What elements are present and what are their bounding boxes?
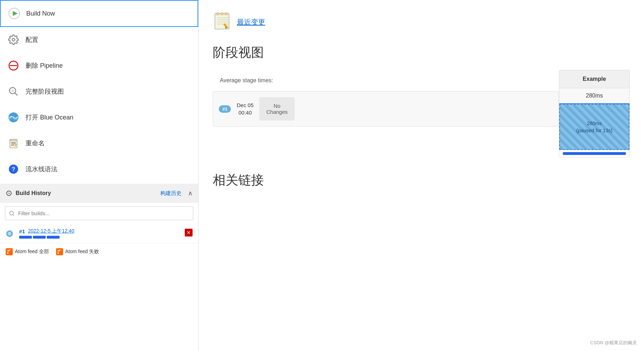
build-info: #1 2022-12-5 上午12:40 [19, 228, 181, 239]
stage-avg-time: 280ms [559, 88, 629, 104]
svg-text:?: ? [12, 166, 15, 172]
recent-changes-link[interactable]: 最近变更 [213, 11, 630, 33]
stage-view-container: Average stage times: #1 Dec 05 00:40 NoC… [213, 70, 630, 157]
pipeline-syntax-label: 流水线语法 [26, 165, 57, 173]
svg-point-7 [11, 89, 14, 92]
blue-ocean-icon [7, 111, 20, 124]
svg-point-18 [9, 233, 10, 234]
play-icon [8, 7, 21, 20]
build-progress-bars [19, 236, 181, 239]
sidebar-item-configure[interactable]: 配置 [0, 27, 198, 53]
recent-changes-text: 最近变更 [237, 17, 265, 27]
gear-icon [7, 33, 20, 46]
related-links-title: 相关链接 [213, 172, 630, 189]
atom-feed-all-label: Atom feed 全部 [15, 249, 49, 255]
svg-marker-1 [13, 11, 18, 16]
svg-point-2 [12, 38, 15, 41]
build-history-title: Build History [16, 190, 157, 196]
svg-rect-24 [225, 13, 228, 15]
search-icon [7, 85, 20, 98]
atom-feed-all-link[interactable]: Atom feed 全部 [6, 248, 49, 255]
stage-header: Example [559, 70, 629, 88]
avg-stage-row: Average stage times: [213, 70, 559, 91]
progress-bar-2 [33, 236, 46, 239]
stage-left: Average stage times: #1 Dec 05 00:40 NoC… [213, 70, 559, 127]
sidebar-item-build-now[interactable]: Build Now [0, 0, 198, 27]
atom-feed-fail-label: Atom feed 失败 [65, 249, 99, 255]
svg-rect-22 [216, 13, 219, 15]
atom-icon-all [6, 248, 13, 255]
rename-label: 重命名 [26, 139, 45, 147]
build-running-icon [6, 229, 16, 239]
sidebar-item-blue-ocean[interactable]: 打开 Blue Ocean [0, 105, 198, 130]
atom-feeds: Atom feed 全部 Atom feed 失败 [0, 243, 198, 260]
notebook-icon [213, 11, 233, 33]
svg-rect-23 [221, 13, 223, 15]
full-stage-label: 完整阶段视图 [26, 87, 64, 96]
build-history-link[interactable]: 构建历史 [160, 190, 182, 197]
build-item: #1 2022-12-5 上午12:40 ✕ [0, 224, 198, 243]
configure-label: 配置 [26, 35, 38, 44]
run-time: 00:40 [238, 110, 252, 116]
svg-line-6 [15, 93, 18, 96]
progress-bar-3 [47, 236, 60, 239]
progress-bar-1 [19, 236, 32, 239]
build-history-icon: ⊙ [6, 189, 12, 198]
stage-cell-time: 280ms [587, 121, 602, 126]
filter-builds-input[interactable] [5, 206, 193, 220]
watermark: CSDN @糯果店的幽灵 [590, 340, 637, 346]
atom-icon-fail [56, 248, 63, 255]
collapse-button[interactable]: ∧ [188, 189, 193, 197]
stage-view-title: 阶段视图 [213, 44, 630, 61]
avg-stage-label: Average stage times: [220, 77, 273, 84]
stage-progress-bar [563, 152, 626, 155]
build-history-header: ⊙ Build History 构建历史 ∧ [0, 184, 198, 203]
no-icon [7, 59, 20, 72]
pipeline-run-row: #1 Dec 05 00:40 NoChanges [213, 91, 559, 127]
question-icon: ? [7, 163, 20, 176]
sidebar-item-full-stage[interactable]: 完整阶段视图 [0, 79, 198, 105]
svg-point-20 [57, 252, 59, 254]
blue-ocean-label: 打开 Blue Ocean [26, 113, 73, 122]
main-content: 最近变更 阶段视图 Average stage times: #1 Dec 05… [199, 0, 644, 351]
notepad-icon [7, 137, 20, 150]
build-number[interactable]: #1 [19, 228, 25, 234]
run-info: Dec 05 00:40 [237, 102, 254, 116]
stage-cell-note: (paused for 13s) [576, 128, 612, 133]
sidebar-item-delete-pipeline[interactable]: 删除 Pipeline [0, 53, 198, 79]
stage-column-example: Example 280ms 280ms (paused for 13s) [559, 70, 630, 157]
svg-point-19 [7, 252, 9, 254]
sidebar-item-rename[interactable]: 重命名 [0, 130, 198, 156]
run-badge[interactable]: #1 [219, 105, 231, 113]
build-delete-button[interactable]: ✕ [185, 229, 193, 236]
atom-feed-fail-link[interactable]: Atom feed 失败 [56, 248, 99, 255]
stage-cell[interactable]: 280ms (paused for 13s) [559, 104, 629, 150]
build-now-label: Build Now [26, 10, 55, 17]
build-date[interactable]: 2022-12-5 上午12:40 [28, 228, 74, 234]
delete-pipeline-label: 删除 Pipeline [26, 61, 63, 70]
filter-input-wrap [0, 203, 198, 224]
sidebar: Build Now 配置 删除 Pipeline [0, 0, 199, 351]
no-changes-box: NoChanges [259, 97, 295, 121]
sidebar-item-pipeline-syntax[interactable]: ? 流水线语法 [0, 156, 198, 182]
run-date: Dec 05 [237, 102, 254, 108]
svg-rect-10 [10, 139, 17, 141]
